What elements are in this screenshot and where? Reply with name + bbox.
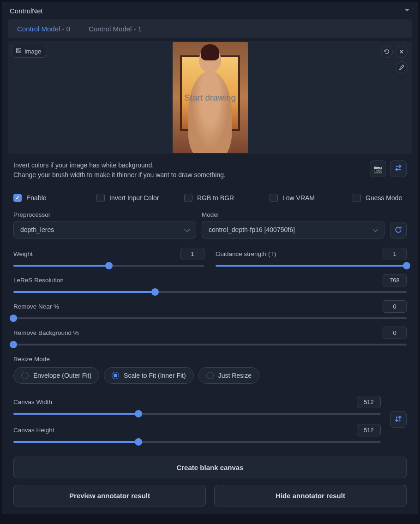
refresh-model-button[interactable] bbox=[390, 222, 407, 238]
checkbox-icon bbox=[353, 194, 361, 202]
canvas-height-value[interactable]: 512 bbox=[357, 424, 381, 436]
radio-icon bbox=[112, 372, 119, 379]
weight-slider[interactable]: Weight 1 bbox=[13, 244, 204, 270]
camera-button[interactable]: 📷 bbox=[370, 161, 386, 177]
svg-point-1 bbox=[18, 49, 18, 50]
leres-value[interactable]: 768 bbox=[383, 274, 407, 286]
collapse-icon bbox=[404, 7, 410, 15]
canvas-height-slider[interactable]: Canvas Height 512 bbox=[13, 420, 381, 447]
create-blank-canvas-button[interactable]: Create blank canvas bbox=[13, 457, 407, 478]
preprocessor-label: Preprocessor bbox=[13, 211, 196, 218]
tab-control-model-0[interactable]: Control Model - 0 bbox=[8, 19, 79, 38]
resize-mode-label: Resize Mode bbox=[13, 356, 407, 363]
resize-envelope[interactable]: Envelope (Outer Fit) bbox=[13, 367, 99, 384]
checkbox-icon bbox=[184, 194, 192, 202]
remove-bg-value[interactable]: 0 bbox=[383, 327, 407, 339]
guidance-value[interactable]: 1 bbox=[383, 248, 407, 260]
refresh-icon bbox=[394, 226, 402, 235]
swap-button[interactable] bbox=[390, 161, 407, 177]
close-button[interactable] bbox=[396, 46, 408, 58]
remove-bg-slider[interactable]: Remove Background % 0 bbox=[13, 323, 407, 349]
remove-near-value[interactable]: 0 bbox=[383, 300, 407, 313]
tab-control-model-1[interactable]: Control Model - 1 bbox=[79, 19, 151, 38]
image-section: Image Start drawing bbox=[8, 41, 412, 154]
canvas-width-value[interactable]: 512 bbox=[357, 396, 381, 408]
image-canvas[interactable]: Start drawing bbox=[8, 41, 412, 154]
hint-text: Invert colors if your image has white ba… bbox=[13, 161, 226, 180]
panel-title: ControlNet bbox=[10, 7, 43, 15]
model-label: Model bbox=[202, 211, 384, 218]
low-vram-checkbox[interactable]: Low VRAM bbox=[270, 194, 348, 202]
resize-scale-to-fit[interactable]: Scale to Fit (Inner Fit) bbox=[104, 367, 194, 384]
swap-vertical-icon bbox=[394, 415, 402, 424]
canvas-width-slider[interactable]: Canvas Width 512 bbox=[13, 392, 381, 418]
camera-icon: 📷 bbox=[373, 165, 383, 173]
undo-button[interactable] bbox=[381, 46, 393, 58]
hide-annotator-button[interactable]: Hide annotator result bbox=[214, 485, 407, 506]
uploaded-image bbox=[173, 42, 248, 153]
resize-just-resize[interactable]: Just Resize bbox=[198, 367, 259, 384]
tabs: Control Model - 0 Control Model - 1 bbox=[8, 19, 412, 38]
guidance-slider[interactable]: Guidance strength (T) 1 bbox=[216, 244, 407, 270]
radio-icon bbox=[21, 372, 29, 379]
image-icon bbox=[16, 48, 22, 55]
preprocessor-select[interactable]: depth_leres bbox=[13, 221, 196, 238]
guess-mode-checkbox[interactable]: Guess Mode bbox=[353, 194, 407, 202]
swap-icon bbox=[394, 164, 402, 174]
checkbox-icon bbox=[270, 194, 278, 202]
invert-checkbox[interactable]: Invert Input Color bbox=[96, 194, 180, 202]
rgb-to-bgr-checkbox[interactable]: RGB to BGR bbox=[184, 194, 265, 202]
checkbox-icon bbox=[13, 194, 22, 202]
controlnet-panel: ControlNet Control Model - 0 Control Mod… bbox=[2, 2, 418, 514]
checkbox-icon bbox=[96, 194, 105, 202]
radio-icon bbox=[206, 372, 214, 379]
preview-annotator-button[interactable]: Preview annotator result bbox=[13, 485, 206, 506]
swap-dimensions-button[interactable] bbox=[390, 411, 407, 428]
image-badge-label: Image bbox=[24, 48, 41, 55]
brush-button[interactable] bbox=[396, 61, 408, 73]
leres-slider[interactable]: LeReS Resolution 768 bbox=[13, 270, 407, 297]
weight-value[interactable]: 1 bbox=[180, 248, 204, 260]
remove-near-slider[interactable]: Remove Near % 0 bbox=[13, 297, 407, 323]
image-badge: Image bbox=[12, 45, 47, 58]
panel-header[interactable]: ControlNet bbox=[2, 2, 418, 19]
enable-checkbox[interactable]: Enable bbox=[13, 194, 92, 202]
model-select[interactable]: control_depth-fp16 [400750f6] bbox=[202, 221, 384, 238]
